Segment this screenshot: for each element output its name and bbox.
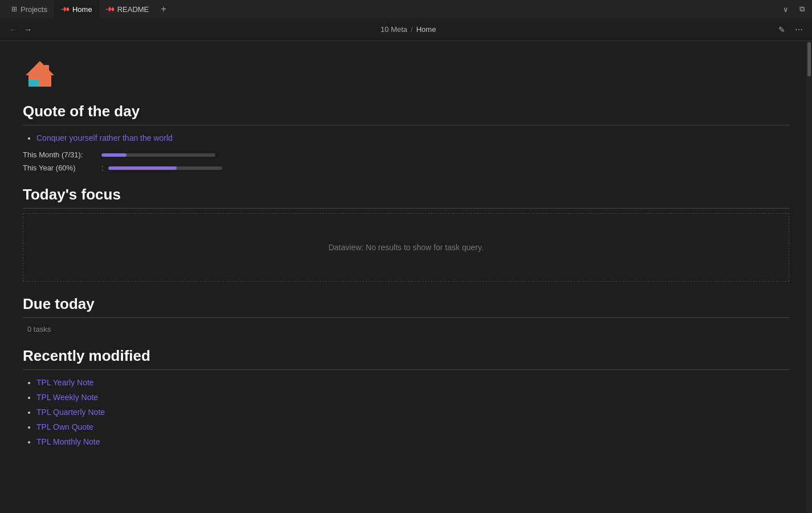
more-icon: ⋯ [795, 25, 803, 34]
nav-arrows: ← → [7, 23, 34, 36]
due-tasks-count: 0 tasks [27, 325, 789, 333]
back-arrow-icon: ← [9, 25, 17, 34]
house-logo [23, 58, 57, 89]
tab-list-button[interactable]: ∨ [780, 3, 791, 15]
recently-modified-heading: Recently modified [23, 347, 789, 370]
tab-projects-label: Projects [21, 5, 47, 14]
due-today-heading: Due today [23, 295, 789, 318]
back-button[interactable]: ← [7, 23, 19, 36]
progress-month-label: This Month (7/31): [23, 150, 97, 159]
forward-arrow-icon: → [24, 25, 32, 34]
breadcrumb-parent[interactable]: 10 Meta [381, 25, 407, 34]
focus-section: Today's focus Dataview: No results to sh… [23, 186, 789, 282]
split-editor-button[interactable]: ⧉ [796, 3, 807, 15]
list-item: TPL Monthly Note [36, 437, 789, 446]
modified-link-1[interactable]: TPL Yearly Note [36, 378, 94, 387]
modified-link-3[interactable]: TPL Quarterly Note [36, 408, 105, 417]
tab-home-label: Home [72, 5, 92, 14]
progress-section: This Month (7/31): This Year (60%) : [23, 150, 789, 172]
modified-link-5[interactable]: TPL Monthly Note [36, 437, 100, 446]
svg-rect-3 [28, 80, 39, 87]
progress-month-bar [101, 153, 215, 157]
list-item: TPL Quarterly Note [36, 408, 789, 417]
due-today-section: Due today 0 tasks [23, 295, 789, 333]
modified-list: TPL Yearly Note TPL Weekly Note TPL Quar… [23, 378, 789, 446]
svg-rect-2 [44, 65, 49, 73]
title-bar-right: ∨ ⧉ [780, 3, 807, 15]
progress-year-separator: : [101, 164, 104, 172]
modified-link-4[interactable]: TPL Own Quote [36, 422, 93, 431]
logo-container [23, 58, 789, 91]
breadcrumb-current: Home [416, 25, 436, 34]
main-content: Quote of the day Conquer yourself rather… [0, 41, 812, 513]
list-item: TPL Own Quote [36, 422, 789, 431]
quote-link[interactable]: Conquer yourself rather than the world [36, 133, 173, 142]
svg-marker-0 [26, 61, 54, 75]
forward-button[interactable]: → [22, 23, 34, 36]
recently-modified-section: Recently modified TPL Yearly Note TPL We… [23, 347, 789, 446]
dataview-container: Dataview: No results to show for task qu… [23, 213, 789, 282]
tab-readme[interactable]: 📌 README [99, 0, 156, 18]
nav-bar: ← → 10 Meta / Home ✎ ⋯ [0, 18, 812, 41]
dataview-empty-text: Dataview: No results to show for task qu… [328, 243, 483, 252]
title-bar: ⊞ Projects 📌 Home 📌 README + ∨ ⧉ [0, 0, 812, 18]
list-item: TPL Yearly Note [36, 378, 789, 387]
breadcrumb-separator: / [411, 25, 413, 34]
quote-heading: Quote of the day [23, 103, 789, 125]
focus-heading: Today's focus [23, 186, 789, 209]
add-tab-button[interactable]: + [156, 1, 172, 17]
grid-icon: ⊞ [11, 5, 17, 13]
tab-group: ⊞ Projects 📌 Home 📌 README + [5, 0, 780, 18]
tab-home[interactable]: 📌 Home [54, 0, 99, 18]
breadcrumb: 10 Meta / Home [41, 25, 776, 34]
progress-year-bar [108, 166, 222, 170]
scrollbar-thumb[interactable] [807, 42, 811, 76]
list-item: TPL Weekly Note [36, 393, 789, 402]
edit-icon: ✎ [778, 25, 785, 34]
quote-section: Quote of the day Conquer yourself rather… [23, 103, 789, 172]
quote-list: Conquer yourself rather than the world [23, 133, 789, 142]
add-icon: + [161, 4, 166, 14]
tab-projects[interactable]: ⊞ Projects [5, 0, 54, 18]
list-item: Conquer yourself rather than the world [36, 133, 789, 142]
progress-month-row: This Month (7/31): [23, 150, 789, 159]
progress-year-label: This Year (60%) [23, 164, 97, 172]
more-options-button[interactable]: ⋯ [793, 23, 805, 36]
nav-bar-right: ✎ ⋯ [776, 23, 805, 36]
pin-icon-home: 📌 [59, 3, 70, 14]
tab-readme-label: README [117, 5, 149, 14]
edit-button[interactable]: ✎ [776, 23, 788, 36]
modified-link-2[interactable]: TPL Weekly Note [36, 393, 98, 402]
pin-icon-readme: 📌 [104, 3, 115, 14]
progress-year-row: This Year (60%) : [23, 164, 789, 172]
scrollbar-track[interactable] [806, 41, 812, 513]
progress-month-fill [101, 153, 127, 157]
progress-year-fill [108, 166, 177, 170]
